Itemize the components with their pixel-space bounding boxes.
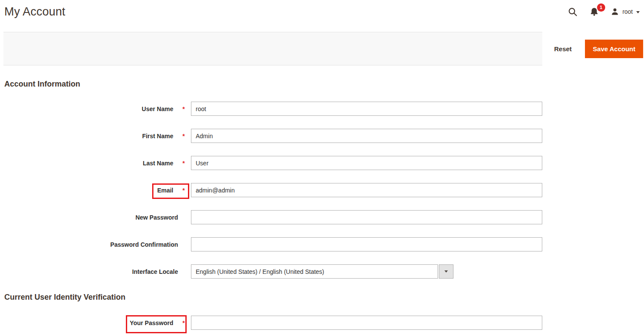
required-asterisk: * [181,187,186,194]
password-confirmation-label: Password Confirmation [110,241,178,248]
last-name-label: Last Name [143,160,173,167]
username-label: root [622,8,633,15]
form-row-user-name: User Name * [4,102,644,116]
page-actions-background [3,32,542,65]
form-row-interface-locale: Interface Locale English (United States)… [4,264,644,279]
person-icon [611,8,619,16]
your-password-label: Your Password [130,319,173,326]
new-password-label: New Password [135,214,178,221]
header-actions: 1 root [568,5,640,19]
interface-locale-selected-value: English (United States) / English (Unite… [191,264,438,279]
interface-locale-label: Interface Locale [132,268,178,275]
chevron-down-icon [444,270,448,273]
form-row-your-password: Your Password * [4,316,644,330]
reset-button[interactable]: Reset [554,45,572,53]
user-name-input[interactable] [191,102,542,116]
interface-locale-select[interactable]: English (United States) / English (Unite… [191,264,453,279]
chevron-down-icon [636,11,640,13]
page-title: My Account [4,5,66,19]
admin-header: My Account 1 [0,0,644,26]
your-password-input[interactable] [191,316,542,330]
search-icon [568,7,578,17]
first-name-input[interactable] [191,129,542,143]
form-row-new-password: New Password [4,210,644,224]
page-actions-row: Reset Save Account [0,32,644,65]
password-confirmation-label-group: Password Confirmation [110,241,186,248]
notifications-button[interactable]: 1 [589,7,599,17]
form-row-email: Email * [4,183,644,197]
new-password-label-group: New Password [135,214,186,221]
form-row-password-confirmation: Password Confirmation [4,237,644,251]
password-confirmation-input[interactable] [191,237,542,251]
required-asterisk: * [181,160,186,167]
email-label-annotation-box: Email * [157,187,186,194]
email-label: Email [157,187,173,194]
user-name-label-group: User Name * [142,105,186,112]
notification-count-badge: 1 [597,3,605,12]
save-account-button[interactable]: Save Account [585,40,643,58]
section-heading-identity-verification: Current User Identity Verification [4,293,644,301]
search-button[interactable] [568,7,578,17]
your-password-label-annotation-box: Your Password * [130,319,186,326]
required-asterisk: * [181,105,186,112]
page-actions: Reset Save Account [542,32,644,65]
first-name-label-group: First Name * [142,133,186,140]
new-password-input[interactable] [191,210,542,224]
account-form: Account Information User Name * First Na… [0,80,644,330]
select-arrow-button[interactable] [439,264,453,279]
required-asterisk: * [181,133,186,140]
section-heading-account-information: Account Information [4,80,644,88]
form-row-first-name: First Name * [4,129,644,143]
user-name-label: User Name [142,105,173,112]
email-input[interactable] [191,183,542,197]
interface-locale-label-group: Interface Locale [132,268,186,275]
user-menu[interactable]: root [611,8,640,16]
first-name-label: First Name [142,133,173,140]
required-asterisk: * [181,319,186,326]
form-row-last-name: Last Name * [4,156,644,170]
last-name-input[interactable] [191,156,542,170]
last-name-label-group: Last Name * [143,160,186,167]
